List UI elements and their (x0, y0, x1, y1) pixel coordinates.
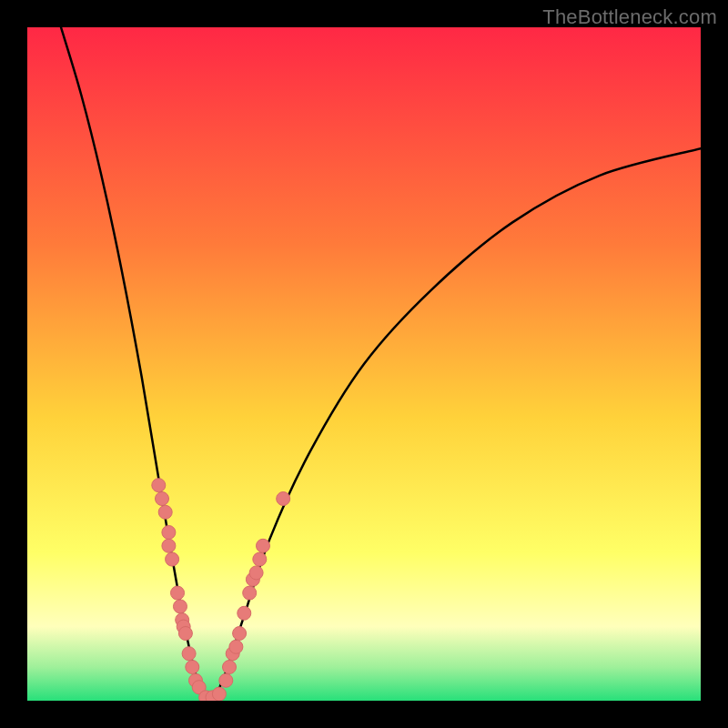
curve-layer (27, 27, 701, 701)
chart-stage: TheBottleneck.com (0, 0, 728, 728)
bottleneck-curve (61, 27, 701, 701)
scatter-dot (173, 600, 187, 613)
scatter-dot (277, 492, 290, 506)
scatter-dot (158, 505, 172, 519)
scatter-dot (186, 661, 199, 674)
scatter-dot (238, 606, 251, 620)
scatter-dot (178, 627, 192, 641)
scatter-dot (233, 627, 247, 641)
scatter-dot (162, 526, 176, 540)
scatter-dot (257, 539, 270, 552)
scatter-dot (229, 640, 243, 653)
scatter-dot (249, 566, 263, 580)
scatter-dot (171, 586, 185, 600)
scatter-dot (253, 552, 267, 566)
scatter-dot (212, 687, 226, 701)
scatter-dots (152, 479, 290, 701)
scatter-dot (223, 661, 237, 674)
scatter-dot (166, 552, 179, 566)
scatter-dot (156, 492, 169, 506)
scatter-dot (162, 539, 176, 552)
scatter-dot (182, 647, 196, 661)
scatter-dot (243, 586, 257, 600)
scatter-dot (219, 673, 233, 687)
plot-area (27, 27, 701, 701)
scatter-dot (152, 479, 166, 492)
watermark-text: TheBottleneck.com (542, 5, 717, 29)
